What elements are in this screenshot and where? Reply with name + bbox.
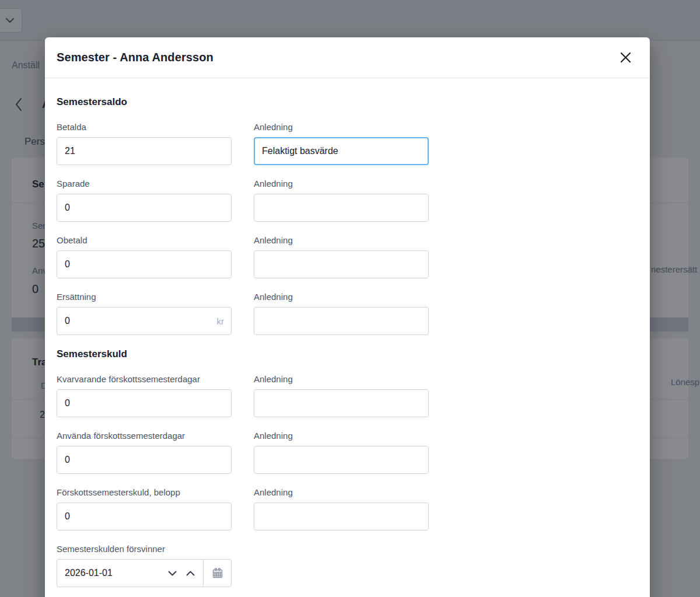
field-label: Anledning [254, 235, 429, 246]
anledning-anvanda-input[interactable] [254, 446, 429, 474]
modal-header: Semester - Anna Andersson [45, 37, 650, 78]
field-betalda: Betalda [57, 121, 232, 165]
obetald-input[interactable] [57, 250, 232, 278]
field-label: Anledning [254, 430, 429, 441]
anledning-ersattning-input[interactable] [254, 307, 429, 335]
anledning-obetald-input[interactable] [254, 250, 429, 278]
close-button[interactable] [618, 50, 634, 65]
date-picker[interactable]: 2026-01-01 [57, 559, 232, 587]
calendar-button[interactable] [204, 560, 231, 586]
chevron-up-icon [186, 571, 195, 576]
semester-modal: Semester - Anna Andersson Semestersaldo … [45, 37, 650, 597]
modal-title: Semester - Anna Andersson [57, 51, 214, 64]
field-anledning-kvarvarande: Anledning [254, 373, 429, 417]
field-label: Anledning [254, 178, 429, 189]
field-anledning-forskottsskuld: Anledning [254, 487, 429, 530]
field-label: Anledning [254, 487, 429, 498]
field-label: Semesterskulden försvinner [57, 543, 232, 554]
field-label: Ersättning [57, 291, 232, 302]
forskottsskuld-input[interactable] [57, 502, 232, 530]
date-increment-button[interactable] [184, 568, 197, 578]
field-kvarvarande: Kvarvarande förskottssemesterdagar [57, 373, 232, 417]
field-ersattning: Ersättning kr [57, 291, 232, 335]
date-decrement-button[interactable] [166, 568, 179, 578]
form-row-ersattning: Ersättning kr Anledning [57, 291, 638, 335]
modal-body: Semestersaldo Betalda Anledning Sparade … [45, 78, 650, 597]
anledning-forskottsskuld-input[interactable] [254, 502, 429, 530]
field-anvanda: Använda förskottssemesterdagar [57, 430, 232, 474]
field-label: Betalda [57, 121, 232, 132]
sparade-input[interactable] [57, 194, 232, 222]
field-label: Anledning [254, 373, 429, 385]
ersattning-input[interactable] [57, 307, 232, 335]
anledning-betalda-input[interactable] [254, 137, 429, 165]
form-row-kvarvarande: Kvarvarande förskottssemesterdagar Anled… [57, 373, 638, 417]
anledning-sparade-input[interactable] [254, 194, 429, 222]
field-label: Sparade [57, 178, 232, 189]
field-label: Anledning [254, 121, 429, 132]
field-forskottsskuld: Förskottssemesterskuld, belopp [57, 487, 232, 530]
field-sparade: Sparade [57, 178, 232, 222]
form-row-obetald: Obetald Anledning [57, 235, 638, 278]
field-label: Anledning [254, 291, 429, 302]
field-obetald: Obetald [57, 235, 232, 278]
section-heading-semestersaldo: Semestersaldo [57, 96, 638, 109]
field-label: Obetald [57, 235, 232, 246]
field-semesterskulden-forsvinner: Semesterskulden försvinner 2026-01-01 [57, 543, 232, 587]
form-row-betalda: Betalda Anledning [57, 121, 638, 165]
form-row-forskottsskuld: Förskottssemesterskuld, belopp Anledning [57, 487, 638, 530]
field-label: Kvarvarande förskottssemesterdagar [57, 373, 232, 385]
section-heading-semesterskuld: Semesterskuld [57, 348, 638, 361]
calendar-icon [212, 567, 223, 579]
field-anledning-anvanda: Anledning [254, 430, 429, 474]
close-icon [620, 52, 631, 63]
field-label: Använda förskottssemesterdagar [57, 430, 232, 441]
kvarvarande-input[interactable] [57, 389, 232, 417]
betalda-input[interactable] [57, 137, 232, 165]
field-anledning-sparade: Anledning [254, 178, 429, 222]
anvanda-input[interactable] [57, 446, 232, 474]
date-value[interactable]: 2026-01-01 [57, 568, 166, 578]
field-label: Förskottssemesterskuld, belopp [57, 487, 232, 498]
form-row-date: Semesterskulden försvinner 2026-01-01 [57, 543, 638, 587]
field-anledning-obetald: Anledning [254, 235, 429, 278]
form-row-sparade: Sparade Anledning [57, 178, 638, 222]
chevron-down-icon [168, 571, 177, 576]
field-anledning-betalda: Anledning [254, 121, 429, 165]
anledning-kvarvarande-input[interactable] [254, 389, 429, 417]
field-anledning-ersattning: Anledning [254, 291, 429, 335]
form-row-anvanda: Använda förskottssemesterdagar Anledning [57, 430, 638, 474]
